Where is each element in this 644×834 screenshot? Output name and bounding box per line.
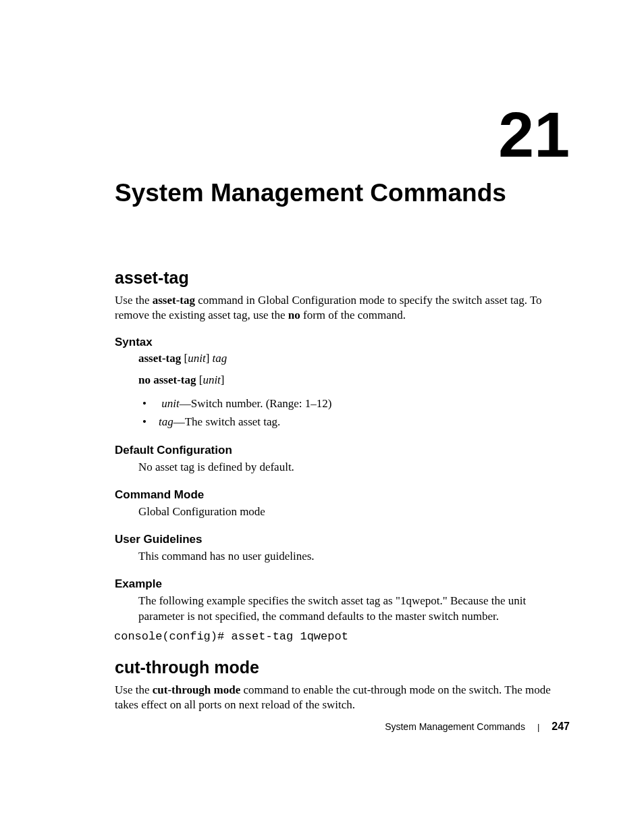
command-mode-heading: Command Mode xyxy=(115,488,573,502)
syntax-line-2: no asset-tag [unit] xyxy=(138,373,573,387)
syntax-param-tag: tag—The switch asset tag. xyxy=(138,413,573,431)
cut-through-intro: Use the cut-through mode command to enab… xyxy=(115,683,573,712)
syntax-params-list: unit—Switch number. (Range: 1–12) tag—Th… xyxy=(138,395,573,431)
command-mode-body: Global Configuration mode xyxy=(138,504,573,520)
example-block: Example The following example specifies … xyxy=(115,577,573,643)
asset-tag-intro: Use the asset-tag command in Global Conf… xyxy=(115,293,573,323)
syntax-heading: Syntax xyxy=(115,336,573,349)
default-config-heading: Default Configuration xyxy=(115,444,573,457)
section-heading-asset-tag: asset-tag xyxy=(115,268,573,288)
default-config-body: No asset tag is defined by default. xyxy=(138,460,573,475)
user-guidelines-block: User Guidelines This command has no user… xyxy=(115,533,573,565)
page-footer: System Management Commands | 247 xyxy=(385,721,570,733)
user-guidelines-body: This command has no user guidelines. xyxy=(138,549,573,565)
command-mode-block: Command Mode Global Configuration mode xyxy=(115,488,573,520)
syntax-line-1: asset-tag [unit] tag xyxy=(138,352,573,365)
page-container: 21 System Management Commands asset-tag … xyxy=(0,0,644,834)
syntax-param-unit: unit—Switch number. (Range: 1–12) xyxy=(138,395,573,413)
default-config-block: Default Configuration No asset tag is de… xyxy=(115,444,573,475)
example-heading: Example xyxy=(115,577,573,591)
syntax-block: Syntax asset-tag [unit] tag no asset-tag… xyxy=(115,336,573,431)
section-heading-cut-through-mode: cut-through mode xyxy=(115,658,573,677)
example-body: The following example specifies the swit… xyxy=(138,594,573,625)
chapter-number: 21 xyxy=(498,103,570,167)
example-code: console(config)# asset-tag 1qwepot xyxy=(114,630,573,643)
footer-section-name: System Management Commands xyxy=(385,721,525,732)
user-guidelines-heading: User Guidelines xyxy=(115,533,573,546)
footer-page-number: 247 xyxy=(552,721,570,733)
chapter-title: System Management Commands xyxy=(115,179,573,207)
footer-divider: | xyxy=(537,722,539,732)
